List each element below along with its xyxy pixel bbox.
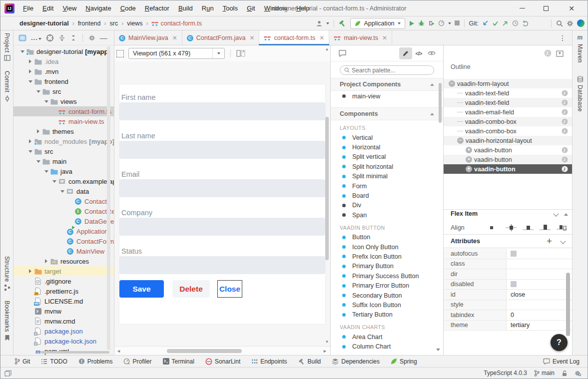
tree-row[interactable]: node_modules[myapp] — [13, 136, 114, 146]
tree-row[interactable]: target — [13, 266, 114, 276]
tree-row[interactable]: .idea — [13, 56, 114, 66]
attribute-value[interactable] — [507, 280, 572, 290]
chevron-right-icon[interactable] — [34, 129, 42, 133]
attribute-value[interactable] — [507, 300, 572, 310]
hide-panel-icon[interactable]: — — [100, 33, 107, 42]
scroll-up-arrow[interactable]: ▲ — [325, 46, 329, 52]
designer-vertical-scrollbar[interactable]: ▲ ▼ — [325, 46, 329, 345]
project-view-icon[interactable] — [18, 34, 26, 41]
palette-item[interactable]: Area Chart — [331, 332, 443, 342]
tree-row[interactable]: src — [13, 146, 114, 156]
help-button[interactable]: ? — [551, 334, 568, 351]
chevron-down-icon[interactable] — [42, 100, 50, 103]
tool-stripe-button-database[interactable]: Database — [577, 76, 584, 112]
palette-item[interactable]: Board — [331, 191, 443, 200]
search-everywhere-icon[interactable] — [556, 20, 563, 27]
tool-window-button-todo[interactable]: TODO — [41, 358, 67, 365]
outline-row[interactable]: vaadin-text-field — [444, 88, 572, 98]
outline-row[interactable]: vaadin-email-field — [444, 107, 572, 117]
palette-scroll-down-icon[interactable] — [436, 349, 440, 351]
expand-icon[interactable]: + — [466, 166, 472, 172]
delete-button[interactable]: Delete — [172, 280, 210, 298]
breadcrumb-item[interactable]: designer-tutorial — [19, 20, 69, 27]
palette-item[interactable]: Button — [331, 233, 443, 242]
inspector-scrollbar[interactable] — [566, 273, 570, 336]
tree-row[interactable]: CContactForm — [13, 236, 114, 246]
palette-item[interactable]: Tertiary Button — [331, 310, 443, 320]
chevron-down-icon[interactable] — [26, 80, 34, 83]
tree-row[interactable]: JS.prettierrc.js — [13, 286, 114, 296]
palette-item[interactable]: Vertical — [331, 133, 443, 142]
tree-row[interactable]: frontend — [13, 76, 114, 86]
form-field-input[interactable] — [119, 179, 325, 197]
scroll-thumb[interactable] — [325, 117, 329, 260]
menu-code[interactable]: Code — [116, 0, 140, 16]
attribute-value[interactable]: close — [507, 290, 572, 300]
tree-row[interactable]: {}package-lock.json — [13, 336, 114, 346]
chevron-right-icon[interactable] — [26, 139, 34, 143]
outline-row[interactable]: vaadin-combo-box — [444, 126, 572, 136]
debug-button[interactable] — [418, 20, 425, 26]
run-configuration-select[interactable]: Application — [350, 18, 405, 29]
palette-item[interactable]: Column Chart — [331, 342, 443, 351]
expand-icon[interactable]: + — [466, 156, 472, 163]
chevron-down-icon[interactable] — [50, 180, 58, 183]
palette-search-input[interactable] — [352, 67, 430, 74]
palette-item[interactable]: Primary Success Button — [331, 271, 443, 281]
collapse-icon[interactable]: − — [457, 137, 464, 144]
palette-item[interactable]: Split horizontal — [331, 162, 443, 171]
outline-row[interactable]: −vaadin-horizontal-layout — [444, 136, 572, 145]
palette-item[interactable]: Primary Button — [331, 262, 443, 271]
palette-item[interactable]: Primary Error Button — [331, 281, 443, 290]
flex-item-section-header[interactable]: Flex Item — [451, 210, 565, 217]
menu-git[interactable]: Git — [242, 0, 260, 16]
edit-mode-pencil-icon[interactable] — [399, 47, 412, 59]
palette-section-header[interactable]: Project Components — [331, 78, 443, 91]
connect-java-icon[interactable] — [562, 166, 568, 172]
connect-java-icon[interactable] — [562, 156, 568, 163]
attributes-section-header[interactable]: Attributes + — [444, 234, 572, 248]
scroll-right-arrow[interactable]: ► — [323, 349, 327, 354]
connect-java-icon[interactable] — [562, 147, 568, 153]
close-tab-icon[interactable]: ✕ — [319, 34, 324, 41]
align-auto-icon[interactable] — [490, 226, 494, 230]
save-button[interactable]: Save — [119, 280, 164, 298]
restore-windows-icon[interactable] — [4, 370, 11, 377]
settings-gear-icon[interactable] — [567, 20, 574, 27]
tree-row[interactable]: .gitignore — [13, 276, 114, 286]
connect-java-icon[interactable] — [562, 99, 568, 106]
tree-row[interactable]: MDLICENSE.md — [13, 296, 114, 306]
form-field-input[interactable] — [119, 218, 325, 236]
chevron-down-icon[interactable] — [34, 160, 42, 163]
gradle-sphere-icon[interactable] — [577, 19, 585, 27]
tool-window-button-spring[interactable]: Spring — [391, 358, 417, 365]
chevron-down-icon[interactable] — [18, 50, 26, 53]
palette-item[interactable]: main-view — [331, 91, 443, 101]
editor-tab[interactable]: main-view.ts✕ — [329, 30, 392, 45]
open-in-editor-icon[interactable] — [556, 49, 564, 57]
tree-row[interactable]: {}package.json — [13, 326, 114, 336]
tool-window-button-problems[interactable]: Problems — [78, 358, 113, 365]
editor-tab[interactable]: CMainView.java✕ — [114, 30, 182, 45]
connect-java-icon[interactable] — [562, 109, 568, 115]
tool-window-button-endpoints[interactable]: Endpoints — [251, 358, 287, 365]
align-end-icon[interactable] — [540, 224, 551, 231]
rollback-icon[interactable] — [522, 20, 529, 26]
comment-bubble-icon[interactable] — [336, 47, 349, 59]
tool-window-button-terminal[interactable]: Terminal — [163, 358, 194, 365]
chevron-down-icon[interactable] — [58, 190, 66, 193]
tree-row[interactable]: java — [13, 166, 114, 176]
tool-window-button-event-log[interactable]: Event Log — [543, 358, 580, 365]
git-commit-button[interactable] — [492, 20, 499, 26]
view-options-icon[interactable]: ... — [31, 34, 41, 41]
editor-tab[interactable]: contact-form.ts✕ — [259, 30, 329, 45]
form-field-input[interactable] — [119, 141, 325, 159]
profiler-button[interactable] — [438, 20, 445, 26]
git-branch-widget[interactable]: main — [534, 370, 555, 377]
project-horizontal-scrollbar[interactable] — [40, 351, 109, 354]
palette-item[interactable]: Prefix Icon Button — [331, 252, 443, 261]
chevron-down-icon[interactable] — [553, 211, 559, 216]
tool-window-button-git[interactable]: Git — [14, 358, 30, 365]
chevron-down-icon[interactable] — [560, 238, 566, 244]
palette-item[interactable]: Div — [331, 201, 443, 210]
